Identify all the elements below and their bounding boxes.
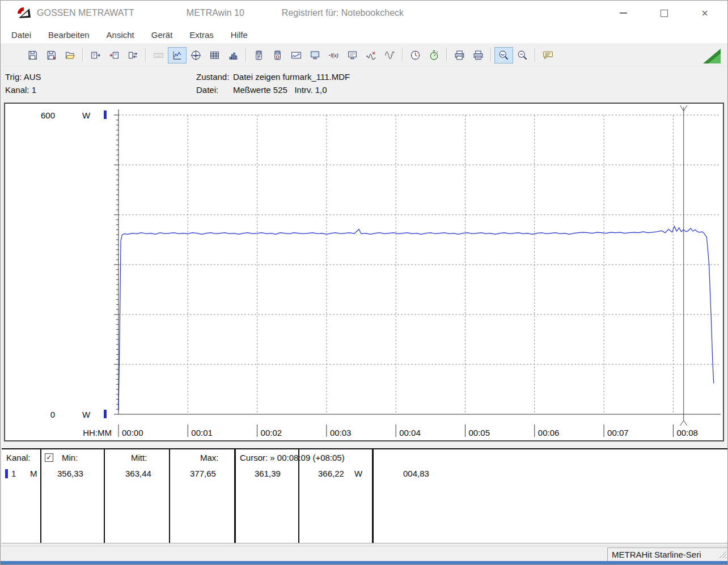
x-tick-label: 00:02 [261,428,282,437]
menu-ansicht[interactable]: Ansicht [98,26,143,44]
table-divider [104,449,105,543]
channel-number: 1 [11,469,16,478]
device-b-icon[interactable] [268,47,287,63]
cursor-header: Cursor: » 00:08:09 (+08:05) [240,453,345,462]
app-window: GOSSEN METRAWATT METRAwin 10 Registriert… [0,0,728,565]
minimize-button[interactable] [617,7,629,19]
close-button[interactable]: × [699,7,710,19]
maximize-icon [661,10,668,17]
waveform-x-icon[interactable] [362,47,380,63]
toolbar-separator [246,48,247,62]
zoom-out-icon[interactable] [513,47,532,63]
print-icon[interactable] [450,47,469,63]
table-divider [298,449,299,543]
maximize-button[interactable] [658,7,670,19]
toolbar-buttons: f(x) [23,47,557,63]
toolbar-separator [446,48,447,62]
title-bar: GOSSEN METRAWATT METRAwin 10 Registriert… [1,1,727,26]
channel-color-marker [5,469,8,478]
y-unit-bottom-label: W [82,410,91,419]
display-waveform-icon[interactable] [287,47,306,63]
monitor-report-icon[interactable] [343,47,362,63]
comment-icon[interactable] [539,47,557,63]
x-tick-label: 00:04 [399,428,421,437]
brand-text: GOSSEN METRAWATT [37,8,134,18]
status-bar: METRAHit Starline-Seri [1,546,727,562]
x-tick-label: 00:05 [469,428,490,437]
mitt-value: 363,44 [125,469,151,478]
x-tick-label: 00:06 [538,428,560,437]
channel-checkbox[interactable] [45,453,53,462]
registered-text: Registriert für: Notebookcheck [282,8,404,18]
x-tick-label: 00:07 [607,428,629,437]
x-axis-unit-label: HH:MM [83,428,112,437]
toolbar-separator [490,48,492,62]
table-view-icon[interactable] [205,47,224,63]
kanal-header: Kanal: [6,453,31,462]
channel-marker-top [104,111,107,119]
table-divider [372,449,374,543]
zustand-value: Datei zeigen furmark_111.MDF [233,72,350,82]
save-setup-icon[interactable] [42,47,61,63]
resize-grip[interactable] [718,550,727,561]
min-value: 356,33 [57,469,83,478]
channel-status: Kanal: 1 [5,85,36,95]
channel-mode: M [30,469,37,478]
x-tick-label: 00:08 [676,428,698,437]
min-header: Min: [62,453,78,462]
bar-chart-view-icon[interactable] [224,47,243,63]
y-max-label: 600 [41,111,55,120]
stopwatch-icon[interactable] [425,47,443,63]
waveform-sine-icon[interactable] [380,47,399,63]
gossen-metrawatt-logo-icon [16,6,31,20]
menu-hilfe[interactable]: Hilfe [222,26,256,44]
cursor-bottom-marker[interactable] [680,420,687,426]
cursor2-value: 366,22 [318,469,344,478]
monitor-icon[interactable] [306,47,324,63]
connection-indicator-icon [702,48,721,66]
device-status: METRAHit Starline-Seri [607,547,727,561]
formula-icon[interactable]: f(x) [324,47,343,63]
device-a-icon[interactable] [249,47,268,63]
menu-datei[interactable]: Datei [3,26,40,44]
menu-geraet[interactable]: Gerät [143,26,181,44]
toolbar: f(x) [1,44,727,66]
channel-marker-bottom [104,410,107,418]
menu-extras[interactable]: Extras [181,26,222,44]
y-min-label: 0 [50,410,55,419]
power-series-line [118,226,714,410]
line-chart-view-icon[interactable] [168,47,187,63]
minimize-icon [620,12,627,14]
chart-panel: 00:0000:0100:0200:0300:0400:0500:0600:07… [4,103,724,441]
datei-value: Meßwerte 525 Intrv. 1,0 [233,85,327,95]
scope-view-icon[interactable] [187,47,205,63]
zustand-label: Zustand: [196,72,229,82]
table-divider [40,449,41,543]
transfer-icon[interactable] [124,47,142,63]
max-value: 377,65 [190,469,216,478]
table-divider [234,449,236,543]
toolbar-separator [535,48,536,62]
x-tick-label: 00:03 [330,428,352,437]
open-file-icon[interactable] [61,47,79,63]
unit-label: W [354,469,362,478]
import-device-icon[interactable] [105,47,124,63]
menu-bar: Datei Bearbeiten Ansicht Gerät Extras Hi… [1,26,727,44]
svg-text:f(x): f(x) [331,52,338,58]
toolbar-separator [82,48,83,62]
max-header: Max: [200,453,219,462]
delta-value: 004,83 [403,469,429,478]
toolbar-separator [145,48,146,62]
clock-icon[interactable] [406,47,425,63]
print-preview-icon[interactable] [469,47,488,63]
cursor1-value: 361,39 [255,469,281,478]
window-controls: × [617,7,727,19]
table-divider [169,449,170,543]
y-unit-top-label: W [82,111,91,120]
keyboard-icon[interactable] [149,47,168,63]
export-device-icon[interactable] [86,47,105,63]
menu-bearbeiten[interactable]: Bearbeiten [40,26,98,44]
save-icon[interactable] [23,47,42,63]
close-icon: × [701,7,708,19]
zoom-waveform-icon[interactable] [494,47,513,63]
